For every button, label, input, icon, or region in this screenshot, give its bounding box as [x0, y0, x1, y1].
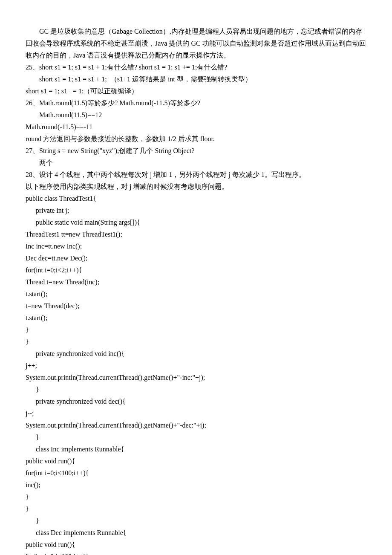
text-line: public void run(){	[26, 539, 366, 551]
text-line: 25、short s1 = 1; s1 = s1 + 1;有什么错? short…	[26, 61, 366, 73]
text-line: Math.round(11.5)==12	[26, 109, 366, 121]
text-line: public static void main(String args[]){	[26, 217, 366, 228]
text-line: 26、Math.round(11.5)等於多少? Math.round(-11.…	[26, 97, 366, 109]
text-line: public void run(){	[26, 455, 366, 467]
text-line: Inc inc=tt.new Inc();	[26, 240, 366, 252]
text-line: 27、String s = new String("xyz");创建了几个 St…	[26, 145, 366, 157]
text-line: GC 是垃圾收集的意思（Gabage Collection）,内存处理是编程人员…	[26, 26, 366, 61]
text-line: System.out.println(Thread.currentThread(…	[26, 372, 366, 384]
text-line: }	[26, 384, 366, 396]
text-line: }	[26, 491, 366, 503]
text-line: 两个	[26, 157, 366, 169]
text-line: round 方法返回与参数最接近的长整数，参数加 1/2 后求其 floor.	[26, 133, 366, 145]
text-line: j--;	[26, 408, 366, 419]
text-line: for(int i=0;i<100;i++){	[26, 467, 366, 479]
text-line: t.start();	[26, 288, 366, 300]
text-line: 以下程序使用内部类实现线程，对 j 增减的时候没有考虑顺序问题。	[26, 181, 366, 193]
text-line: class Inc implements Runnable{	[26, 443, 366, 455]
text-line: }	[26, 431, 366, 443]
text-line: Math.round(-11.5)==-11	[26, 121, 366, 133]
text-line: public class ThreadTest1{	[26, 193, 366, 205]
text-line: }	[26, 503, 366, 515]
text-line: t=new Thread(dec);	[26, 300, 366, 312]
text-line: j++;	[26, 360, 366, 372]
text-line: for(int i=0;i<2;i++){	[26, 264, 366, 276]
text-line: private synchronized void dec(){	[26, 396, 366, 408]
text-line: }	[26, 324, 366, 336]
text-line: }	[26, 336, 366, 348]
text-line: for(int i=0;i<100;i++){	[26, 551, 366, 555]
text-line: 28、设计 4 个线程，其中两个线程每次对 j 增加 1，另外两个线程对 j 每…	[26, 169, 366, 181]
text-line: private synchronized void inc(){	[26, 348, 366, 360]
text-line: t.start();	[26, 312, 366, 324]
document-body: GC 是垃圾收集的意思（Gabage Collection）,内存处理是编程人员…	[26, 26, 366, 555]
text-line: private int j;	[26, 205, 366, 217]
text-line: System.out.println(Thread.currentThread(…	[26, 419, 366, 431]
text-line: Dec dec=tt.new Dec();	[26, 252, 366, 264]
text-line: ThreadTest1 tt=new ThreadTest1();	[26, 228, 366, 240]
text-line: class Dec implements Runnable{	[26, 527, 366, 539]
text-line: inc();	[26, 479, 366, 491]
text-line: short s1 = 1; s1 = s1 + 1; （s1+1 运算结果是 i…	[26, 73, 366, 85]
text-line: short s1 = 1; s1 += 1;（可以正确编译）	[26, 85, 366, 97]
text-line: Thread t=new Thread(inc);	[26, 276, 366, 288]
text-line: }	[26, 515, 366, 527]
